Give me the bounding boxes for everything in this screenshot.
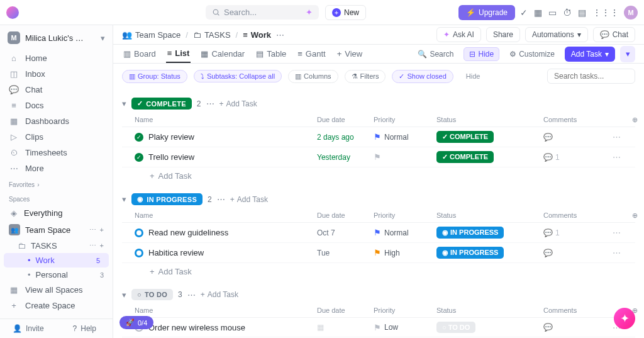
row-more[interactable]: ⋯ — [613, 152, 638, 162]
search-button[interactable]: 🔍Search — [413, 48, 458, 60]
global-search[interactable]: Search... ✦ — [206, 5, 319, 20]
list-work[interactable]: • Work 5 — [4, 253, 109, 268]
invite-button[interactable]: 👤Invite — [0, 319, 57, 338]
tab-add-view[interactable]: +View — [336, 45, 364, 62]
filters-chip[interactable]: ⚗Filters — [345, 70, 386, 83]
subtasks-chip[interactable]: ⤵Subtasks: Collapse all — [194, 70, 282, 82]
nav-docs[interactable]: ≡Docs — [0, 98, 113, 113]
col-status[interactable]: Status — [436, 307, 537, 315]
add-task-button[interactable]: Add Task▾ — [565, 47, 615, 62]
group-status-badge[interactable]: ◉IN PROGRESS — [131, 193, 203, 205]
columns-chip[interactable]: ▥Columns — [288, 70, 338, 83]
hide-chip[interactable]: Hide — [460, 70, 487, 82]
col-comments[interactable]: Comments — [543, 307, 606, 315]
group-status-badge[interactable]: ✓COMPLETE — [131, 98, 192, 110]
status-dot-icon[interactable]: ✓ — [135, 153, 143, 162]
status-cell[interactable]: ○ TO DO — [436, 322, 537, 333]
col-status[interactable]: Status — [436, 211, 537, 220]
priority-cell[interactable]: ⚑High — [374, 248, 430, 257]
plus-icon[interactable]: + — [100, 242, 104, 250]
comments-cell[interactable]: 💬1 — [543, 228, 606, 237]
col-priority[interactable]: Priority — [374, 116, 430, 124]
row-more[interactable]: ⋯ — [613, 132, 638, 142]
hide-button[interactable]: ⊟Hide — [464, 47, 499, 61]
nav-timesheets[interactable]: ⏲Timesheets — [0, 145, 113, 161]
comments-cell[interactable]: 💬 — [543, 323, 606, 332]
list-personal[interactable]: • Personal 3 — [0, 268, 113, 282]
view-all-spaces[interactable]: ▦View all Spaces — [0, 282, 113, 298]
notepad-icon[interactable]: ▤ — [578, 8, 586, 18]
task-row[interactable]: Read new guidelinessOct 7⚑Normal◉ IN PRO… — [122, 223, 635, 243]
more-icon[interactable]: ⋯ — [89, 226, 96, 234]
quick-action-fab[interactable]: ✦ — [614, 308, 635, 329]
col-comments[interactable]: Comments — [543, 116, 606, 124]
status-cell[interactable]: ✓ COMPLETE — [436, 151, 537, 163]
due-date-cell[interactable]: Tue — [317, 249, 367, 257]
more-icon[interactable]: ⋯ — [206, 99, 214, 108]
tab-board[interactable]: ▥Board — [122, 45, 157, 62]
nav-home[interactable]: ⌂Home — [0, 50, 113, 66]
comments-cell[interactable]: 💬1 — [543, 153, 606, 162]
space-team-space[interactable]: 👥 Team Space ⋯+ — [0, 221, 113, 239]
create-space[interactable]: +Create Space — [0, 298, 113, 313]
add-column[interactable]: ⊕ — [613, 211, 638, 220]
group-status-badge[interactable]: ○TO DO — [131, 289, 173, 300]
automations-button[interactable]: Automations▾ — [525, 27, 588, 42]
app-logo[interactable] — [6, 6, 19, 19]
expand-button[interactable]: ▾ — [620, 46, 635, 62]
priority-cell[interactable]: ⚑Normal — [374, 228, 430, 237]
priority-cell[interactable]: ⚑Normal — [374, 132, 430, 142]
due-date-cell[interactable]: ▦ — [317, 323, 367, 332]
collapse-caret-icon[interactable]: ▾ — [122, 99, 126, 108]
nav-dashboards[interactable]: ▦Dashboards — [0, 113, 113, 129]
task-row[interactable]: Habitica reviewTue⚑High◉ IN PROGRESS💬⋯ — [122, 243, 635, 263]
apps-icon[interactable]: ⋮⋮⋮ — [592, 8, 619, 18]
plus-icon[interactable]: + — [100, 226, 104, 234]
ask-ai-button[interactable]: ✦Ask AI — [436, 27, 481, 42]
user-avatar[interactable]: M — [624, 6, 638, 20]
new-button[interactable]: + New — [325, 5, 366, 20]
col-due[interactable]: Due date — [317, 307, 367, 315]
col-due[interactable]: Due date — [317, 211, 367, 220]
more-icon[interactable]: ⋯ — [217, 194, 225, 204]
task-row[interactable]: ✓Plaky review2 days ago⚑Normal✓ COMPLETE… — [122, 127, 635, 147]
task-row[interactable]: ✓Trello reviewYesterday⚑✓ COMPLETE💬1⋯ — [122, 147, 635, 167]
tab-table[interactable]: ▤Table — [255, 45, 287, 62]
more-icon[interactable]: ⋯ — [89, 242, 96, 250]
collapse-caret-icon[interactable]: ▾ — [122, 290, 126, 300]
comments-cell[interactable]: 💬 — [543, 249, 606, 257]
nav-inbox[interactable]: ◫Inbox — [0, 66, 113, 82]
upgrade-button[interactable]: ⚡ Upgrade — [458, 5, 515, 20]
col-due[interactable]: Due date — [317, 116, 367, 124]
status-dot-icon[interactable] — [135, 249, 143, 257]
group-add-task[interactable]: +Add Task — [201, 290, 238, 299]
help-button[interactable]: ?Help — [57, 319, 113, 338]
chat-button[interactable]: 💬Chat — [593, 27, 635, 42]
group-add-task[interactable]: +Add Task — [219, 99, 257, 108]
customize-button[interactable]: ⚙Customize — [504, 48, 560, 60]
priority-cell[interactable]: ⚑ — [374, 152, 430, 162]
video-icon[interactable]: ▭ — [548, 8, 557, 18]
priority-cell[interactable]: ⚑Low — [374, 323, 430, 332]
workspace-switcher[interactable]: M Milica Lukic's … ▾ — [0, 25, 113, 50]
col-status[interactable]: Status — [436, 116, 537, 124]
search-tasks-input[interactable] — [547, 69, 635, 84]
stopwatch-icon[interactable]: ⏱ — [563, 8, 572, 18]
crumb-team-space[interactable]: 👥Team Space — [122, 30, 180, 40]
due-date-cell[interactable]: Yesterday — [317, 153, 367, 162]
group-chip[interactable]: ▥Group: Status — [122, 70, 187, 83]
tab-list[interactable]: ≡List — [166, 45, 191, 63]
group-add-task[interactable]: +Add Task — [230, 195, 268, 204]
col-priority[interactable]: Priority — [374, 211, 430, 220]
share-button[interactable]: Share — [486, 27, 520, 42]
comments-cell[interactable]: 💬 — [543, 133, 606, 142]
status-dot-icon[interactable] — [135, 228, 143, 237]
more-icon[interactable]: ⋯ — [276, 30, 284, 40]
status-cell[interactable]: ◉ IN PROGRESS — [436, 247, 537, 259]
check-circle-icon[interactable]: ✓ — [520, 8, 528, 18]
add-column[interactable]: ⊕ — [613, 116, 638, 124]
task-row[interactable]: Order new wireless mouse▦⚑Low○ TO DO💬⋯ — [122, 318, 635, 337]
collapse-caret-icon[interactable]: ▾ — [122, 194, 126, 204]
col-priority[interactable]: Priority — [374, 307, 430, 315]
add-task-inline[interactable]: +Add Task — [122, 263, 635, 280]
